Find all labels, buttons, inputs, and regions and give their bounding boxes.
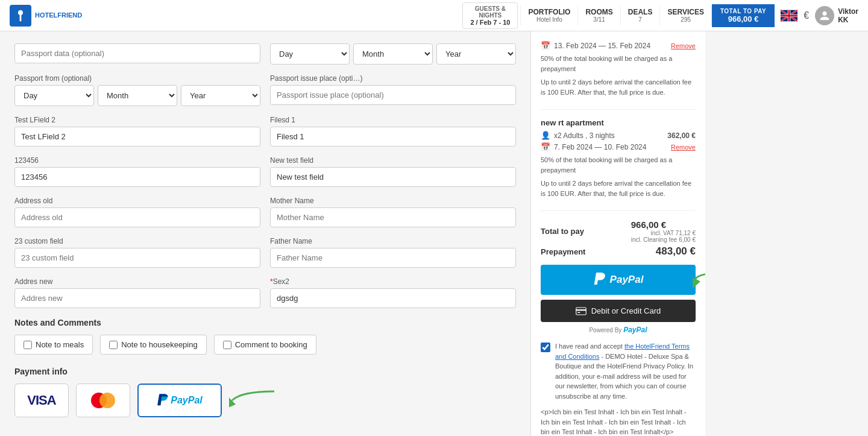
terms-body: <p>Ich bin ein Test Inhalt - Ich bin ein…	[541, 407, 696, 436]
address-old-label: Address old	[14, 197, 260, 205]
booking2-dates: 7. Feb 2024 — 10. Feb 2024	[554, 143, 671, 151]
person-icon: 👤	[541, 131, 550, 140]
note-meals-checkbox[interactable]	[24, 341, 32, 349]
passport-issue-input[interactable]	[270, 85, 516, 105]
checkbox-group: Note to meals Note to housekeeping Comme…	[14, 335, 516, 355]
passport-from-group: Passport from (optional) Day Month Year	[14, 74, 260, 106]
custom-field-label: 23 custom field	[14, 237, 260, 245]
nav-rooms-sub: 3/11	[585, 16, 612, 23]
notes-title: Notes and Comments	[14, 318, 516, 327]
currency-selector[interactable]: €	[804, 10, 809, 21]
father-name-input[interactable]	[270, 248, 516, 268]
prepay-amount: 483,00 €	[656, 245, 696, 257]
paypal-logo: PayPal	[157, 393, 202, 408]
address-old-input[interactable]	[14, 207, 260, 227]
custom-field-input[interactable]	[14, 248, 260, 268]
comment-booking-checkbox[interactable]	[223, 341, 231, 349]
guests-nights-label: GUESTS &NIGHTS	[470, 5, 510, 19]
green-arrow-2-icon	[693, 270, 705, 288]
passport-from-year[interactable]: Year	[181, 85, 260, 106]
prepayment-row: Prepayment 483,00 €	[541, 245, 696, 257]
nav-services-sub: 295	[667, 16, 703, 23]
booking1-remove[interactable]: Remove	[671, 42, 696, 49]
debit-credit-button[interactable]: Debit or Credit Card	[541, 300, 696, 322]
mc-right-circle	[99, 393, 115, 408]
nav-rooms[interactable]: ROOMS 3/11	[578, 5, 620, 25]
father-name-group: Father Name	[270, 237, 516, 268]
filesd-label: Filesd 1	[270, 116, 516, 124]
total-amount: 966,00 €	[631, 220, 696, 230]
visa-card[interactable]: VISA	[14, 384, 69, 417]
field-123456-group: 123456	[14, 156, 260, 187]
passport-data-group	[14, 43, 260, 65]
guests-nights-box: GUESTS &NIGHTS 2 / Feb 7 - 10	[462, 2, 518, 29]
passport-dob-year[interactable]: Year	[436, 43, 516, 65]
test-lfield-input[interactable]	[14, 127, 260, 147]
passport-dob-month[interactable]: Month	[353, 43, 433, 65]
booking2-remove[interactable]: Remove	[671, 144, 696, 151]
flag-icon[interactable]	[781, 10, 797, 22]
field-123456-row: 123456 New test field	[14, 156, 516, 187]
paypal-pay-button[interactable]: PayPal	[541, 265, 696, 295]
booking1-dates: 13. Feb 2024 — 15. Feb 2024	[554, 42, 671, 50]
filesd-input[interactable]	[270, 127, 516, 147]
total-label: Total to pay	[541, 227, 584, 236]
filesd-group: Filesd 1	[270, 116, 516, 147]
paypal-payment-card[interactable]: PayPal	[137, 384, 222, 417]
visa-logo: VISA	[27, 393, 55, 408]
nav-portfolio[interactable]: PORTFOLIO Hotel Info	[521, 5, 578, 25]
test-lfield-label: Test LField 2	[14, 116, 260, 124]
payment-methods: VISA PayPal	[14, 384, 516, 417]
mother-name-group: Mother Name	[270, 197, 516, 227]
passport-dob-day[interactable]: Day	[270, 43, 350, 65]
nav-bar: PORTFOLIO Hotel Info ROOMS 3/11 DEALS 7 …	[520, 5, 711, 25]
addres-new-input[interactable]	[14, 288, 260, 308]
passport-issue-group: Passport issue place (opti…)	[270, 74, 516, 106]
nav-deals[interactable]: DEALS 7	[621, 5, 661, 25]
mastercard-card[interactable]	[76, 384, 130, 417]
new-test-input[interactable]	[270, 167, 516, 187]
total-row: Total to pay 966,00 € incl. VAT 71,12 € …	[541, 220, 696, 243]
note-housekeeping-item[interactable]: Note to housekeeping	[100, 335, 206, 355]
passport-from-label: Passport from (optional)	[14, 74, 260, 83]
note-housekeeping-label: Note to housekeeping	[121, 340, 197, 349]
addres-new-group: Addres new	[14, 277, 260, 308]
custom-field-group: 23 custom field	[14, 237, 260, 268]
payment-title: Payment info	[14, 367, 516, 376]
logo-area: HOTELFRIEND	[10, 5, 82, 27]
sex2-label: *Sex2	[270, 277, 516, 286]
terms-row: I have read and accept the HotelFriend T…	[541, 341, 696, 401]
mother-name-input[interactable]	[270, 207, 516, 227]
terms-checkbox[interactable]	[541, 343, 550, 352]
logo-text: HOTELFRIEND	[35, 11, 82, 19]
note-meals-label: Note to meals	[36, 340, 84, 349]
passport-data-input[interactable]	[14, 43, 260, 63]
note-housekeeping-checkbox[interactable]	[109, 341, 118, 349]
terms-pre-text: I have read and accept	[555, 343, 623, 350]
nav-services-label: SERVICES	[667, 8, 703, 16]
guests-nights-value: 2 / Feb 7 - 10	[470, 19, 510, 26]
powered-paypal-text: PayPal	[623, 326, 647, 334]
debit-btn-label: Debit or Credit Card	[591, 306, 661, 315]
powered-by-text: Powered By	[589, 327, 621, 333]
booking1-dates-row: 📅 13. Feb 2024 — 15. Feb 2024 Remove	[541, 41, 696, 50]
field-123456-input[interactable]	[14, 167, 260, 187]
avatar-area[interactable]: ViktorKK	[815, 6, 858, 25]
addres-new-label: Addres new	[14, 277, 260, 286]
father-name-label: Father Name	[270, 237, 516, 245]
paypal-btn-container: PayPal	[541, 265, 696, 295]
passport-from-month[interactable]: Month	[98, 85, 177, 106]
field-123456-label: 123456	[14, 156, 260, 165]
paypal-text: PayPal	[171, 395, 202, 406]
note-meals-item[interactable]: Note to meals	[14, 335, 93, 355]
booking2-title: new rt apartment	[541, 118, 696, 127]
passport-from-day[interactable]: Day	[14, 85, 94, 106]
sidebar: 📅 13. Feb 2024 — 15. Feb 2024 Remove 50%…	[530, 31, 705, 436]
nav-services[interactable]: SERVICES 295	[660, 5, 711, 25]
new-test-group: New test field	[270, 156, 516, 187]
comment-booking-item[interactable]: Comment to booking	[214, 335, 316, 355]
sex2-input[interactable]	[270, 288, 516, 308]
total-to-pay-box[interactable]: TOTAL TO PAY 966,00 €	[712, 4, 775, 27]
credit-card-icon	[576, 307, 587, 315]
booking1-notice1: 50% of the total booking will be charged…	[541, 54, 696, 74]
